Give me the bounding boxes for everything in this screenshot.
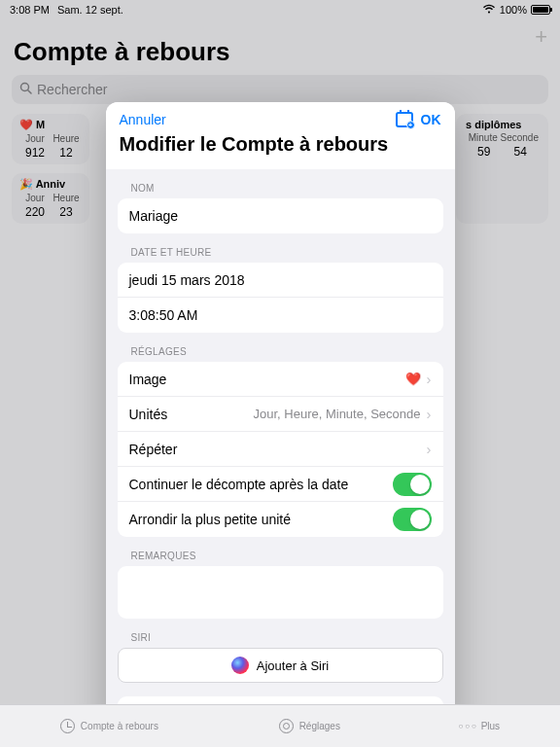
chevron-right-icon: › [427, 371, 432, 387]
clock-icon [60, 719, 76, 734]
edit-countdown-modal: Annuler + OK Modifier le Compte à rebour… [106, 102, 455, 734]
continue-toggle[interactable] [393, 473, 432, 496]
calendar-add-icon[interactable]: + [396, 112, 413, 127]
remarks-field[interactable] [118, 566, 443, 619]
section-label-settings: RÉGLAGES [106, 333, 455, 362]
time-field[interactable]: 3:08:50 AM [118, 298, 443, 333]
add-to-siri-button[interactable]: Ajouter à Siri [118, 648, 443, 683]
gear-icon [279, 719, 295, 734]
chevron-right-icon: › [427, 406, 432, 422]
tab-bar: Compte à rebours Réglages ○○○ Plus [0, 704, 560, 747]
tab-countdown[interactable]: Compte à rebours [60, 719, 158, 734]
tab-more[interactable]: ○○○ Plus [461, 719, 500, 734]
continue-after-date-row: Continuer le décompte après la date [118, 467, 443, 502]
tab-settings[interactable]: Réglages [279, 719, 340, 734]
cancel-button[interactable]: Annuler [120, 112, 166, 127]
ok-button[interactable]: OK [421, 112, 441, 127]
date-field[interactable]: jeudi 15 mars 2018 [118, 263, 443, 298]
modal-title: Modifier le Compte à rebours [106, 129, 455, 169]
section-label-siri: SIRI [106, 619, 455, 648]
units-row[interactable]: Unités Jour, Heure, Minute, Seconde› [118, 397, 443, 432]
round-smallest-unit-row: Arrondir la plus petite unité [118, 502, 443, 537]
section-label-name: NOM [106, 169, 455, 198]
section-label-remarks: REMARQUES [106, 537, 455, 566]
repeat-row[interactable]: Répéter › [118, 432, 443, 467]
siri-icon [231, 657, 249, 674]
more-icon: ○○○ [461, 719, 476, 734]
modal-overlay: Annuler + OK Modifier le Compte à rebour… [0, 0, 560, 747]
name-field[interactable]: Mariage [118, 198, 443, 233]
chevron-right-icon: › [427, 441, 432, 457]
section-label-datetime: DATE ET HEURE [106, 233, 455, 263]
round-toggle[interactable] [393, 508, 432, 531]
image-row[interactable]: Image ❤️› [118, 362, 443, 397]
image-value: ❤️ [405, 372, 421, 386]
units-value: Jour, Heure, Minute, Seconde [254, 407, 421, 421]
